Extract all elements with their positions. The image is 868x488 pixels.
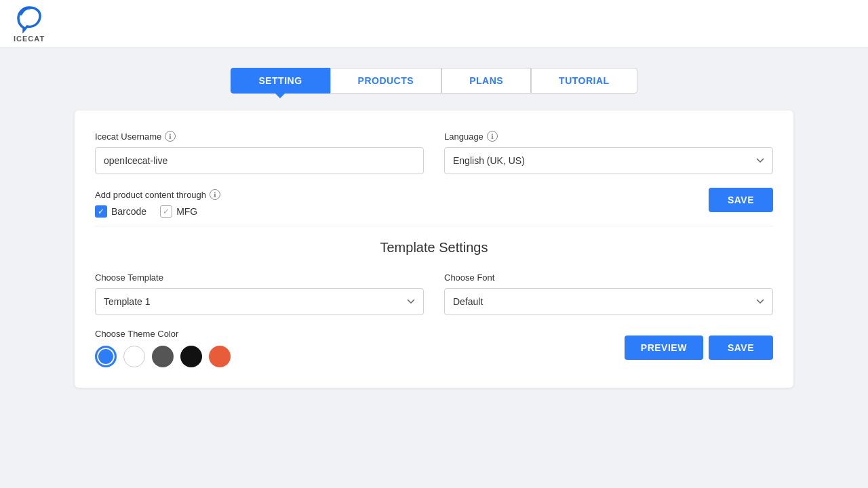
tab-products[interactable]: PRODUCTS (330, 68, 442, 94)
language-select[interactable]: English (UK, US) French German (444, 147, 773, 174)
template-select[interactable]: Template 1 Template 2 Template 3 (95, 288, 424, 315)
language-group: Language ℹ English (UK, US) French Germa… (444, 131, 773, 174)
tabs-bar: SETTING PRODUCTS PLANS TUTORIAL (231, 68, 637, 94)
mfg-label: MFG (176, 206, 197, 217)
color-label: Choose Theme Color (95, 329, 231, 339)
language-label: Language ℹ (444, 131, 773, 142)
preview-button[interactable]: PREVIEW (625, 336, 703, 360)
main-content: SETTING PRODUCTS PLANS TUTORIAL Icecat U… (0, 47, 868, 408)
template-settings-title: Template Settings (95, 240, 773, 256)
template-save-button[interactable]: SAVE (709, 336, 773, 360)
bottom-row: Choose Theme Color PREVIEW SAVE (95, 329, 773, 367)
checkboxes: ✓ Barcode ✓ MFG (95, 205, 220, 218)
font-label: Choose Font (444, 272, 773, 283)
swatch-black[interactable] (180, 346, 202, 367)
font-select[interactable]: Default Arial Roboto (444, 288, 773, 315)
color-group: Choose Theme Color (95, 329, 231, 367)
form-row-credentials: Icecat Username ℹ Language ℹ English (UK… (95, 131, 773, 174)
template-row: Choose Template Template 1 Template 2 Te… (95, 272, 773, 315)
mfg-checkbox-item[interactable]: ✓ MFG (160, 205, 197, 218)
swatch-blue[interactable] (95, 346, 117, 367)
tab-tutorial[interactable]: TUTORIAL (531, 68, 637, 94)
divider (95, 226, 773, 226)
swatch-darkgray[interactable] (152, 346, 174, 367)
tab-plans[interactable]: PLANS (441, 68, 531, 94)
settings-card: Icecat Username ℹ Language ℹ English (UK… (75, 110, 793, 388)
font-group: Choose Font Default Arial Roboto (444, 272, 773, 315)
mfg-checkbox[interactable]: ✓ (160, 205, 172, 218)
language-info-icon: ℹ (487, 131, 498, 142)
swatch-orange[interactable] (209, 346, 231, 367)
barcode-label: Barcode (111, 206, 146, 217)
username-info-icon: ℹ (165, 131, 176, 142)
template-group: Choose Template Template 1 Template 2 Te… (95, 272, 424, 315)
top-save-row: SAVE (709, 188, 773, 212)
swatch-white[interactable] (123, 346, 145, 367)
top-save-button[interactable]: SAVE (709, 188, 773, 212)
barcode-checkbox-item[interactable]: ✓ Barcode (95, 205, 146, 218)
header: ICECAT (0, 0, 868, 47)
username-group: Icecat Username ℹ (95, 131, 424, 174)
logo-text: ICECAT (14, 35, 45, 43)
tab-setting[interactable]: SETTING (231, 68, 330, 94)
username-input[interactable] (95, 147, 424, 174)
barcode-checkbox[interactable]: ✓ (95, 205, 107, 218)
content-through-group: Add product content through ℹ ✓ Barcode … (95, 189, 220, 218)
icecat-logo-icon (15, 5, 43, 33)
content-info-icon: ℹ (210, 189, 220, 200)
color-swatches (95, 346, 231, 367)
template-label: Choose Template (95, 272, 424, 283)
content-through-label: Add product content through ℹ (95, 189, 220, 200)
content-through-row: Add product content through ℹ ✓ Barcode … (95, 188, 773, 219)
username-label: Icecat Username ℹ (95, 131, 424, 142)
logo: ICECAT (14, 5, 45, 43)
template-actions: PREVIEW SAVE (625, 336, 773, 360)
